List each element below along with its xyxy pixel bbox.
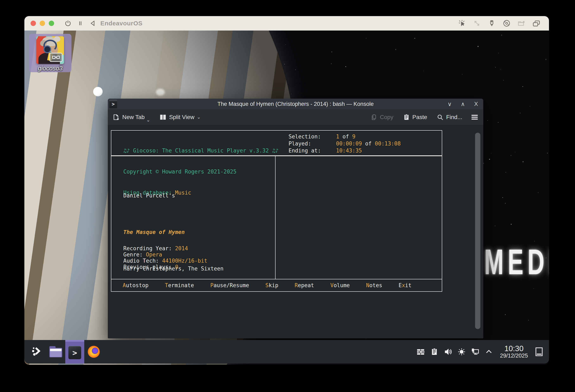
paste-icon [403,114,410,121]
composer-line: Daniel Purcell's [123,190,223,202]
hamburger-menu-button[interactable] [471,113,479,121]
search-icon [437,114,444,121]
menu-item-pause-resume[interactable]: Pause/Resume [210,282,249,288]
digital-clock[interactable]: 10:30 29/12/2025 [500,345,528,359]
copy-button[interactable]: Copy [371,114,393,120]
menu-item-volume[interactable]: Volume [331,282,350,288]
new-tab-icon [112,113,120,121]
work-title: The Masque of Hymen [123,226,223,238]
desktop-shortcut-giocoso3[interactable]: giocoso3 [29,34,72,72]
host-titlebar: EndeavourOS [24,16,549,31]
close-traffic-light[interactable] [31,21,36,26]
displays-icon[interactable] [532,19,541,28]
menu-item-autostop[interactable]: Autostop [123,282,148,288]
copy-icon [371,114,377,120]
terminal-scrollbar[interactable] [475,133,480,329]
host-vm-window: EndeavourOS [24,16,549,365]
menu-item-exit[interactable]: Exit [399,282,412,288]
split-view-button[interactable]: Split View ⌄ [159,113,201,121]
dolphin-icon [49,346,62,357]
find-label: Find... [446,114,462,120]
tiles-tray-icon[interactable] [416,347,425,356]
power-icon[interactable] [63,19,73,28]
hamburger-icon [471,113,479,121]
recording-metadata: Recording Year: 2014Genre: OperaAudio Te… [123,245,207,270]
screenshot-stage: EndeavourOS [0,0,575,392]
close-button[interactable]: X [473,101,479,108]
now-playing-box: Daniel Purcell's The Masque of Hymen Har… [111,156,442,279]
pause-icon[interactable] [76,19,85,28]
usb-icon[interactable] [487,19,497,28]
konsole-window: > The Masque of Hymen (Christophers - 20… [108,99,483,338]
konsole-task-button[interactable]: > [65,340,84,364]
display-network-tray-icon[interactable] [471,347,480,356]
konsole-toolbar: New Tab ⌄ Split View ⌄ Co [108,109,483,126]
giocoso-app-icon [36,36,64,64]
taskbar-panel: > [24,340,549,364]
moon [93,87,103,96]
new-tab-label: New Tab [122,114,144,120]
app-banner-line: ♫♪ Giocoso: The Classical Music Player v… [123,147,278,154]
metadata-row: Recording Year: 2014 [123,245,207,252]
new-tab-button[interactable]: New Tab ⌄ [112,113,151,121]
shared-folder-icon[interactable] [517,19,526,28]
split-view-label: Split View [169,114,194,120]
copy-label: Copy [380,114,393,120]
split-view-dropdown-icon[interactable]: ⌄ [197,114,201,120]
paste-label: Paste [412,114,427,120]
clock-time: 10:30 [500,345,528,353]
brightness-tray-icon[interactable] [457,347,466,356]
status-row: Ending at:10:43:35 [288,147,401,154]
minimize-button[interactable]: ∨ [446,101,453,108]
find-button[interactable]: Find... [437,114,462,121]
back-icon[interactable] [88,19,97,28]
volume-tray-icon[interactable] [443,347,453,356]
clipboard-tray-icon[interactable] [430,347,439,356]
metadata-row: Previous plays: 0 [123,264,207,270]
menu-item-repeat[interactable]: Repeat [295,282,314,288]
shortcut-label: giocoso3 [29,65,72,72]
zoom-traffic-light[interactable] [49,21,54,26]
konsole-icon: > [68,346,81,359]
paste-button[interactable]: Paste [403,114,427,121]
maximize-button[interactable]: ∧ [459,101,466,108]
planet-storm [156,89,165,96]
status-row: Selection:1 of 9 [288,133,401,140]
status-row: Played:00:00:09 of 00:13:08 [288,140,401,147]
menu-item-notes[interactable]: Notes [366,282,382,288]
panel-divider [275,156,276,279]
clock-date: 29/12/2025 [500,353,528,359]
app-launcher-icon [31,346,43,358]
menu-item-terminate[interactable]: Terminate [165,282,194,288]
konsole-titlebar[interactable]: > The Masque of Hymen (Christophers - 20… [108,99,483,109]
tray-expand-icon[interactable] [484,347,493,356]
split-view-icon [159,113,167,121]
metadata-row: Genre: Opera [123,252,207,258]
app-launcher-button[interactable] [27,340,46,364]
peek-desktop-widget[interactable] [534,347,544,356]
terminal-view[interactable]: ♫♪ Giocoso: The Classical Music Player v… [108,125,483,338]
firefox-button[interactable] [84,340,103,364]
firefox-icon [88,346,100,358]
symlink-badge-icon [49,53,62,62]
resize-icon[interactable] [472,19,482,28]
metadata-row: Audio Tech: 44100Hz/16-bit [123,258,207,264]
playback-status: Selection:1 of 9Played:00:00:09 of 00:13… [288,133,401,154]
disc-icon[interactable] [502,19,511,28]
host-window-title: EndeavourOS [100,20,143,27]
pointer-capture-icon[interactable] [457,19,467,28]
menu-item-skip[interactable]: Skip [265,282,278,288]
new-tab-dropdown-icon[interactable]: ⌄ [146,117,150,123]
giocoso-menu-bar: AutostopTerminatePause/ResumeSkipRepeatV… [111,279,442,292]
konsole-window-title: The Masque of Hymen (Christophers - 2014… [108,101,483,107]
wallpaper-text: MEDE [484,241,549,282]
minimize-traffic-light[interactable] [40,21,45,26]
file-manager-button[interactable] [46,340,65,364]
vm-desktop: MEDE [24,31,549,365]
giocoso-header-box: ♫♪ Giocoso: The Classical Music Player v… [111,130,442,156]
